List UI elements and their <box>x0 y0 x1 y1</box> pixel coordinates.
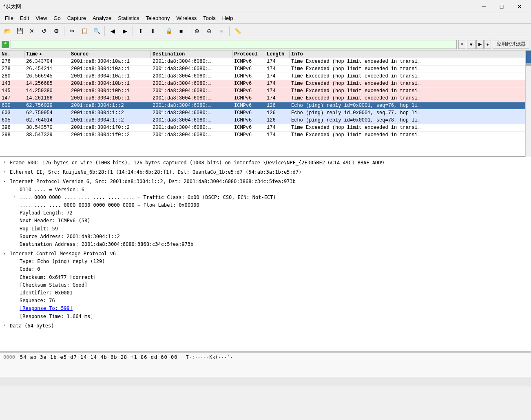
filter-arrow-button[interactable]: ▶ <box>476 40 484 49</box>
field-text: Sequence: 76 <box>20 297 55 305</box>
auto-scroll-button[interactable]: 🔒 <box>163 25 175 37</box>
zoom-out-button[interactable]: ⊖ <box>204 25 215 37</box>
hex-bytes: 54 ab 3a 1b e5 d7 14 14 4b 6b 28 f1 86 d… <box>20 354 178 360</box>
packet-list-scrollbar[interactable] <box>525 51 531 157</box>
field-text: Payload Length: 72 <box>20 209 73 217</box>
reload-button[interactable]: ↺ <box>38 25 50 37</box>
expand-arrow-ipv6[interactable]: ∨ <box>3 178 8 184</box>
packet-list-header: No. Time▲ Source Destination Protocol Le… <box>0 51 525 58</box>
filter-bar: f icmpv6 ✕ ▼ ▶ + 应用此过滤器 <box>0 38 531 51</box>
table-row[interactable]: 27626.3437042001:da8:3004:10a::12001:da8… <box>0 58 525 66</box>
field-arrow[interactable]: › <box>13 194 18 200</box>
scrollbar-thumb <box>526 63 531 66</box>
menu-item-view[interactable]: View <box>32 14 50 22</box>
detail-section-icmpv6: ∨Internet Control Message Protocol v6 Ty… <box>0 249 531 321</box>
zoom-in-button[interactable]: ⊕ <box>191 25 203 37</box>
table-row[interactable]: 60062.7560292001:da8:3004:1::22001:da8:3… <box>0 102 525 110</box>
minimize-button[interactable]: ─ <box>476 2 492 11</box>
cut-button[interactable]: ✂ <box>66 25 78 37</box>
apply-filter-button[interactable]: 应用此过滤器 <box>493 40 529 49</box>
menu-item-wireless[interactable]: Wireless <box>173 14 200 22</box>
copy-button[interactable]: 📋 <box>79 25 90 37</box>
column-header-destination[interactable]: Destination <box>151 51 232 58</box>
packet-list-container: No. Time▲ Source Destination Protocol Le… <box>0 51 531 157</box>
packet-list[interactable]: No. Time▲ Source Destination Protocol Le… <box>0 51 525 157</box>
toolbar-separator <box>104 26 105 36</box>
column-header-time[interactable]: Time▲ <box>24 51 69 58</box>
column-header-source[interactable]: Source <box>69 51 151 58</box>
toolbar: 📂💾✕↺⚙✂📋🔍◀▶⬆⬇🔒■⊕⊖≡📏 <box>0 24 531 38</box>
menu-item-capture[interactable]: Capture <box>64 14 89 22</box>
scroll-top-button[interactable]: ⬆ <box>135 25 146 37</box>
status-bar <box>0 377 531 386</box>
find-button[interactable]: 🔍 <box>91 25 102 37</box>
section-header-text-frame: Frame 600: 126 bytes on wire (1008 bits)… <box>10 159 384 167</box>
table-row[interactable]: 28026.5669452001:da8:3004:10a::12001:da8… <box>0 73 525 80</box>
save-button[interactable]: 💾 <box>14 25 25 37</box>
menu-item-edit[interactable]: Edit <box>17 14 32 22</box>
table-row[interactable]: 39838.5473292001:da8:3004:1f0::22001:da8… <box>0 132 525 139</box>
menu-item-file[interactable]: File <box>2 14 17 22</box>
filter-buttons: ✕ ▼ ▶ + <box>458 40 491 49</box>
table-row[interactable]: 60562.7640142001:da8:3004:1::22001:da8:3… <box>0 117 525 124</box>
section-header-text-data: Data (64 bytes) <box>10 322 54 330</box>
section-header-text-icmpv6: Internet Control Message Protocol v6 <box>10 250 116 258</box>
close-button[interactable]: ✕ <box>511 2 528 11</box>
field-text: Source Address: 2001:da8:3004:1::2 <box>20 233 120 241</box>
expand-arrow-frame[interactable]: › <box>3 159 8 166</box>
section-header-text-ipv6: Internet Protocol Version 6, Src: 2001:d… <box>10 178 296 186</box>
title-bar: *以太网 ─ □ ✕ <box>0 0 531 13</box>
forward-button[interactable]: ▶ <box>119 25 131 37</box>
open-file-button[interactable]: 📂 <box>2 25 13 37</box>
field-text: [Response Time: 1.664 ms] <box>20 313 93 321</box>
maximize-button[interactable]: □ <box>493 2 510 11</box>
close-capture-button[interactable]: ✕ <box>26 25 38 37</box>
menu-item-statistics[interactable]: Statistics <box>115 14 142 22</box>
filter-input[interactable]: icmpv6 <box>11 40 457 49</box>
expand-arrow-icmpv6[interactable]: ∨ <box>3 250 8 256</box>
table-row[interactable]: 27826.4542112001:da8:3004:10a::12001:da8… <box>0 66 525 73</box>
field-text: .... 0000 0000 .... .... .... .... .... … <box>20 194 276 201</box>
toolbar-separator <box>229 26 230 36</box>
hex-ascii: T·:·····Kk(···`· <box>186 354 233 360</box>
field-text: 0110 .... = Version: 6 <box>20 186 84 194</box>
options-button[interactable]: ⚙ <box>51 25 62 37</box>
menu-item-go[interactable]: Go <box>50 14 64 22</box>
hex-panel: 0000 54 ab 3a 1b e5 d7 14 14 4b 6b 28 f1… <box>0 352 531 377</box>
menu-item-telephony[interactable]: Telephony <box>142 14 173 22</box>
toolbar-separator <box>133 26 133 36</box>
menu-item-help[interactable]: Help <box>219 14 237 22</box>
resize-columns-button[interactable]: 📏 <box>232 25 243 37</box>
back-button[interactable]: ◀ <box>107 25 118 37</box>
filter-plus-button[interactable]: + <box>485 40 491 49</box>
expand-arrow-ethernet[interactable]: › <box>3 168 8 175</box>
column-header-no[interactable]: No. <box>0 51 24 58</box>
table-row[interactable]: 14314.2566852001:da8:3004:10b::12001:da8… <box>0 80 525 88</box>
filter-icon: f <box>2 41 9 48</box>
table-row[interactable]: 14714.2611862001:da8:3004:10b::12001:da8… <box>0 95 525 102</box>
scrollbar-thumb-top <box>526 51 531 63</box>
stop-button[interactable]: ■ <box>175 25 187 37</box>
filter-clear-button[interactable]: ✕ <box>458 40 466 49</box>
table-row[interactable]: 14514.2593802001:da8:3004:10b::12001:da8… <box>0 88 525 95</box>
column-header-length[interactable]: Length <box>265 51 290 58</box>
window-controls: ─ □ ✕ <box>476 2 528 11</box>
menu-item-tools[interactable]: Tools <box>200 14 219 22</box>
table-row[interactable]: 39638.5435702001:da8:3004:1f0::22001:da8… <box>0 124 525 132</box>
expand-arrow-data[interactable]: › <box>3 322 8 329</box>
field-text: Hop Limit: 59 <box>20 225 58 233</box>
column-header-info[interactable]: Info <box>290 51 525 58</box>
menu-bar: FileEditViewGoCaptureAnalyzeStatisticsTe… <box>0 13 531 24</box>
zoom-normal-button[interactable]: ≡ <box>216 25 227 37</box>
field-text[interactable]: [Response To: 599] <box>20 305 73 312</box>
filter-bookmark-button[interactable]: ▼ <box>467 40 476 49</box>
menu-item-analyze[interactable]: Analyze <box>89 14 115 22</box>
column-header-protocol[interactable]: Protocol <box>232 51 265 58</box>
detail-content: ›Frame 600: 126 bytes on wire (1008 bits… <box>0 158 531 331</box>
detail-panel[interactable]: ›Frame 600: 126 bytes on wire (1008 bits… <box>0 157 531 352</box>
table-row[interactable]: 60362.7599542001:da8:3004:1::22001:da8:3… <box>0 110 525 117</box>
toolbar-separator <box>189 26 189 36</box>
field-text: Code: 0 <box>20 265 40 273</box>
scroll-bottom-button[interactable]: ⬇ <box>147 25 159 37</box>
detail-section-ethernet: ›Ethernet II, Src: RuijieNe_6b:28:f1 (14… <box>0 168 531 177</box>
